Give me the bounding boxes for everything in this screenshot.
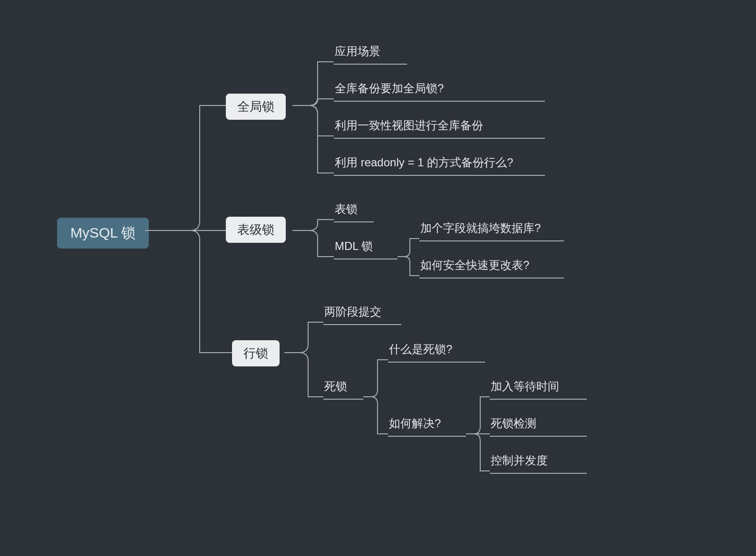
node-howsolve[interactable]: 如何解决? <box>388 414 466 437</box>
leaf-whatis-deadlock[interactable]: 什么是死锁? <box>388 340 485 363</box>
leaf-twophase[interactable]: 两阶段提交 <box>323 302 401 325</box>
leaf-global-0[interactable]: 应用场景 <box>334 42 407 65</box>
leaf-global-1[interactable]: 全库备份要加全局锁? <box>334 79 545 102</box>
leaf-mdl-1[interactable]: 如何安全快速更改表? <box>419 256 564 278</box>
leaf-global-3[interactable]: 利用 readonly = 1 的方式备份行么? <box>334 153 545 176</box>
leaf-global-2[interactable]: 利用一致性视图进行全库备份 <box>334 116 545 139</box>
leaf-solve-0[interactable]: 加入等待时间 <box>490 377 587 400</box>
node-row-lock[interactable]: 行锁 <box>232 340 280 366</box>
leaf-solve-1[interactable]: 死锁检测 <box>490 414 587 437</box>
leaf-tablelock[interactable]: 表锁 <box>334 200 374 222</box>
node-global-lock[interactable]: 全局锁 <box>226 94 286 120</box>
root-node[interactable]: MySQL 锁 <box>57 218 149 249</box>
leaf-mdl-0[interactable]: 加个字段就搞垮数据库? <box>419 219 564 241</box>
leaf-solve-2[interactable]: 控制并发度 <box>490 451 587 474</box>
node-deadlock[interactable]: 死锁 <box>323 377 363 400</box>
node-table-lock[interactable]: 表级锁 <box>226 217 286 243</box>
node-mdl-lock[interactable]: MDL 锁 <box>334 237 397 259</box>
mindmap-canvas: MySQL 锁 全局锁 应用场景 全库备份要加全局锁? 利用一致性视图进行全库备… <box>0 0 756 556</box>
